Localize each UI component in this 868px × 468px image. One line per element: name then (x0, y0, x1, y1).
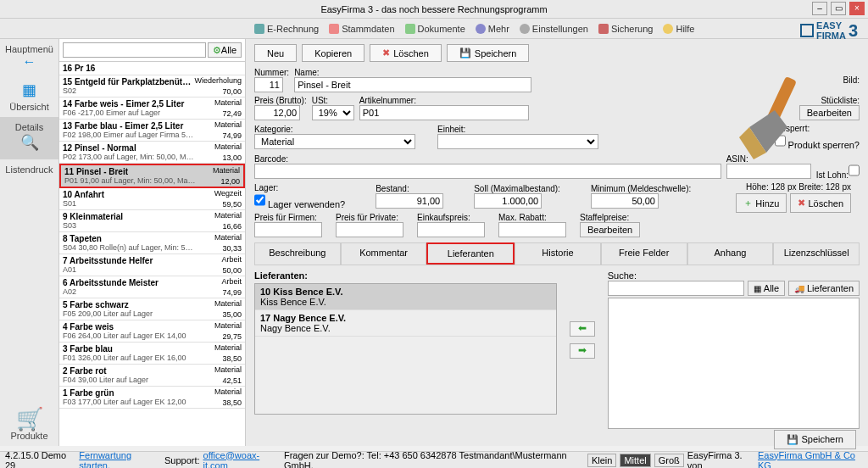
move-left-button[interactable]: ⬅ (570, 321, 595, 337)
einheit-select[interactable] (437, 134, 598, 149)
move-right-button[interactable]: ➡ (570, 343, 595, 359)
list-item[interactable]: 4 Farbe weisF06 264,00 Liter auf Lager E… (59, 320, 245, 343)
tab-lieferanten[interactable]: Lieferanten (426, 242, 515, 265)
rabatt-input[interactable] (498, 222, 566, 237)
list-item[interactable]: 3 Farbe blauF01 326,00 Liter auf Lager E… (59, 343, 245, 365)
menubar: E-Rechnung Stammdaten Dokumente Mehr Ein… (0, 19, 868, 39)
menu-hilfe[interactable]: Hilfe (663, 24, 694, 34)
list-item[interactable]: 8 TapetenS04 30,80 Rolle(n) auf Lager, M… (59, 232, 245, 254)
company-link[interactable]: EasyFirma GmbH & Co KG (758, 450, 863, 469)
supplier-lieferanten-button[interactable]: 🚚 Lieferanten (788, 281, 860, 296)
supplier-list: 10 Kiss Bence E.V.Kiss Bence E.V. 17 Nag… (254, 283, 557, 415)
staffel-button[interactable]: Bearbeiten (580, 222, 640, 237)
ek-input[interactable] (417, 222, 485, 237)
list-item[interactable]: 2 Farbe rotF04 39,00 Liter auf LagerMate… (59, 365, 245, 387)
image-dimensions: Höhe: 128 px Breite: 128 px (746, 182, 851, 192)
supplier-row[interactable]: 17 Nagy Bence E.V.Nagy Bence E.V. (255, 310, 556, 337)
bestand-input[interactable] (376, 193, 443, 209)
list-item[interactable]: 12 Pinsel - NormalP02 173,00 auf Lager, … (59, 142, 245, 164)
neu-button[interactable]: Neu (254, 44, 297, 62)
list-item[interactable]: 5 Farbe schwarzF05 209,00 Liter auf Lage… (59, 298, 245, 320)
titlebar: EasyFirma 3 - das noch bessere Rechnungs… (0, 0, 868, 19)
image-add-button[interactable]: ＋Hinzu (736, 193, 787, 213)
ust-select[interactable]: 19% (312, 105, 354, 120)
maximize-button[interactable]: ▭ (831, 2, 846, 15)
list-item[interactable]: 15 Entgeld für Parkplatzbenützung (pro M… (59, 75, 245, 98)
close-button[interactable]: × (849, 2, 865, 15)
min-input[interactable] (591, 193, 659, 209)
tab-historie[interactable]: Historie (515, 242, 601, 265)
barcode-input[interactable] (254, 164, 721, 179)
private-input[interactable] (336, 222, 403, 237)
list-item[interactable]: 6 Arbeitsstunde MeisterA02Arbeit74,99 (59, 276, 245, 298)
status-bar: 4.2.15.0 Demo 29 Fernwartung starten. Su… (0, 451, 868, 468)
support-mail-link[interactable]: office@woax-it.com (203, 450, 281, 469)
left-nav: Hauptmenü← ▦Übersicht Details🔍 Listendru… (0, 39, 59, 446)
kategorie-select[interactable]: Material (254, 134, 415, 149)
menu-erechnung[interactable]: E-Rechnung (254, 24, 319, 34)
lieferanten-label: Lieferanten: (254, 270, 557, 281)
name-input[interactable] (294, 77, 531, 92)
artnr-input[interactable] (359, 105, 529, 120)
list-item[interactable]: 7 Arbeitsstunde HelferA01Arbeit50,00 (59, 254, 245, 276)
list-item[interactable]: 1 Farbe grünF03 177,00 Liter auf Lager E… (59, 387, 245, 409)
image-delete-button[interactable]: ✖Löschen (790, 193, 851, 213)
menu-mehr[interactable]: Mehr (476, 24, 509, 34)
nav-hauptmenu[interactable]: Hauptmenü← (0, 39, 58, 75)
preis-input[interactable] (254, 105, 300, 120)
loeschen-button[interactable]: ✖Löschen (370, 44, 442, 62)
list-item[interactable]: 14 Farbe weis - Eimer 2,5 LiterF06 -217,… (59, 98, 245, 120)
tab-kommentar[interactable]: Kommentar (341, 242, 427, 265)
speichern-button[interactable]: 💾Speichern (447, 44, 530, 62)
list-item[interactable]: 11 Pinsel - BreitP01 91,00 auf Lager, Mi… (59, 164, 245, 188)
nav-produkte[interactable]: 🛒Produkte (0, 404, 58, 446)
tabs: Beschreibung Kommentar Lieferanten Histo… (254, 242, 860, 265)
product-image (715, 68, 817, 170)
tab-anhang[interactable]: Anhang (687, 242, 774, 265)
istlohn-check[interactable] (849, 163, 860, 178)
zoom-klein[interactable]: Klein (587, 454, 616, 467)
zoom-gross[interactable]: Groß (654, 454, 684, 467)
supplier-alle-button[interactable]: ▦ Alle (748, 281, 785, 296)
menu-stammdaten[interactable]: Stammdaten (329, 24, 394, 34)
app-title: EasyFirma 3 - das noch bessere Rechnungs… (320, 4, 547, 14)
nav-listendruck[interactable]: Listendruck (0, 159, 58, 180)
supplier-row[interactable]: 10 Kiss Bence E.V.Kiss Bence E.V. (255, 284, 556, 310)
tab-freiefelder[interactable]: Freie Felder (601, 242, 687, 265)
lager-check[interactable] (254, 192, 265, 208)
kopieren-button[interactable]: Kopieren (302, 44, 364, 62)
nav-details[interactable]: Details🔍 (0, 117, 58, 159)
nav-uebersicht[interactable]: ▦Übersicht (0, 75, 58, 117)
firmen-input[interactable] (254, 222, 322, 237)
list-search-input[interactable] (63, 42, 206, 58)
minimize-button[interactable]: – (812, 2, 827, 15)
logo: EASYFIRMA 3 (800, 20, 858, 41)
list-item[interactable]: 16 Pr 16 (59, 62, 245, 75)
tab-lizenz[interactable]: Lizenzschlüssel (773, 242, 860, 265)
list-alle-button[interactable]: ⚙Alle (208, 42, 242, 58)
soll-input[interactable] (474, 193, 542, 209)
tab-beschreibung[interactable]: Beschreibung (254, 242, 341, 265)
nummer-input[interactable] (254, 77, 283, 92)
menu-einstellungen[interactable]: Einstellungen (520, 24, 588, 34)
speichern-footer-button[interactable]: 💾 Speichern (774, 430, 856, 449)
zoom-mittel[interactable]: Mittel (620, 454, 650, 467)
list-item[interactable]: 13 Farbe blau - Eimer 2,5 LiterF02 198,0… (59, 120, 245, 142)
list-item[interactable]: 9 KleinmaterialS03Material16,66 (59, 210, 245, 232)
fernwartung-link[interactable]: Fernwartung starten. (79, 450, 161, 469)
menu-sicherung[interactable]: Sicherung (598, 24, 654, 34)
item-list: ⚙Alle 16 Pr 1615 Entgeld für Parkplatzbe… (59, 39, 246, 446)
supplier-search-results (608, 298, 860, 429)
list-item[interactable]: 10 AnfahrtS01Wegzeit59,50 (59, 188, 245, 210)
supplier-search-input[interactable] (608, 281, 744, 296)
menu-dokumente[interactable]: Dokumente (405, 24, 465, 34)
